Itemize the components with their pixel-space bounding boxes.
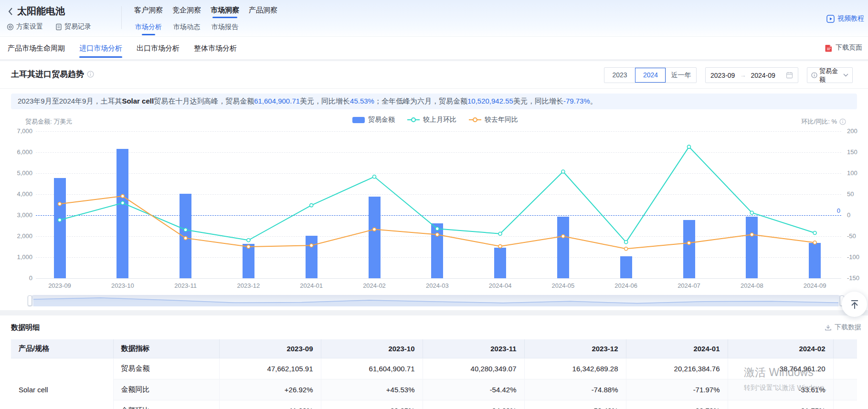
- chart-legend: 贸易金额 较上月环比 较去年同比: [352, 115, 518, 124]
- value-cell: -34.62%: [423, 400, 524, 409]
- table-row: 金额环比-11.39%+29.25%-34.62%-59.43%+23.70%+…: [11, 400, 857, 409]
- bar-2024-02[interactable]: [369, 197, 381, 278]
- info-icon: [811, 72, 817, 78]
- bar-2024-05[interactable]: [557, 217, 569, 278]
- date-range-picker[interactable]: 2023-09 → 2024-09: [705, 67, 798, 83]
- chart-gridline: [36, 152, 841, 153]
- download-icon: [825, 324, 832, 331]
- indicator-cell: 金额同比: [113, 379, 219, 400]
- year-option-2024[interactable]: 2024: [635, 68, 666, 83]
- column-header: 数据指标: [113, 339, 219, 358]
- value-cell: -54.42%: [423, 379, 524, 400]
- legend-mom[interactable]: 较上月环比: [407, 115, 456, 124]
- date-start: 2023-09: [710, 72, 735, 79]
- value-cell: 38,764,961.20: [728, 358, 833, 379]
- video-tutorial-button[interactable]: 视频教程: [826, 14, 864, 23]
- right-axis-tick-label: -100: [847, 253, 867, 261]
- nav-product-lifecycle[interactable]: 产品市场生命周期: [8, 43, 65, 53]
- x-axis-label: 2024-04: [479, 282, 522, 289]
- bar-2024-04[interactable]: [494, 248, 506, 278]
- x-axis-label: 2024-08: [730, 282, 773, 289]
- nav-export-market-analysis[interactable]: 出口市场分析: [137, 43, 180, 53]
- bar-2024-06[interactable]: [620, 256, 632, 278]
- y-axis-tick-label: 6,000: [7, 148, 32, 156]
- bar-2023-10[interactable]: [116, 149, 128, 278]
- subtab-market-analysis[interactable]: 市场分析: [133, 22, 164, 31]
- bar-swatch-icon: [352, 117, 365, 123]
- value-cell: +45.53%: [321, 379, 423, 400]
- column-header: 2023-09: [219, 339, 321, 358]
- tab-competitor-insight[interactable]: 竞企洞察: [171, 5, 202, 15]
- value-cell: 47,662,105.91: [219, 358, 321, 379]
- point-较上月环比-2024-05: [561, 170, 565, 173]
- legend-trade-amount[interactable]: 贸易金额: [352, 115, 395, 124]
- value-cell: +23.70%: [626, 400, 728, 409]
- value-cell: +91.75%: [728, 400, 833, 409]
- scheme-settings-button[interactable]: 方案设置: [7, 22, 43, 31]
- info-icon[interactable]: [839, 118, 846, 125]
- back-to-top-button[interactable]: [842, 292, 867, 317]
- download-data-button[interactable]: 下载数据: [825, 323, 861, 332]
- value-cell: 40,280,349.07: [423, 358, 524, 379]
- bar-2023-12[interactable]: [243, 244, 254, 278]
- bar-2023-09[interactable]: [54, 178, 66, 278]
- column-header: 2023-11: [423, 339, 524, 358]
- tab-market-insight[interactable]: 市场洞察: [209, 5, 241, 15]
- year-option-2023[interactable]: 2023: [604, 68, 635, 83]
- value-cell: +26.92%: [219, 379, 321, 400]
- detail-panel-title: 数据明细: [11, 323, 40, 332]
- point-较上月环比-2024-01: [310, 204, 313, 207]
- chevron-down-icon: [843, 73, 848, 77]
- x-axis-label: 2024-06: [604, 282, 647, 289]
- bar-2024-07[interactable]: [683, 220, 695, 278]
- bar-2024-09[interactable]: [809, 243, 821, 278]
- point-较上月环比-2024-08: [750, 211, 753, 214]
- line-swatch-icon: [407, 117, 420, 123]
- point-较上月环比-2024-02: [373, 175, 376, 178]
- value-cell: 16,342,689.28: [524, 358, 626, 379]
- trade-records-button[interactable]: 贸易记录: [55, 22, 91, 31]
- year-range-segmented: 2023 2024 近一年: [604, 67, 697, 83]
- chart-gridline: [36, 194, 841, 195]
- zoom-handle-left[interactable]: [28, 295, 32, 306]
- trend-summary: 2023年9月至2024年9月，土耳其Solar cell贸易在十月达到高峰，贸…: [11, 94, 857, 109]
- year-option-recent[interactable]: 近一年: [666, 68, 696, 83]
- info-icon[interactable]: [87, 71, 94, 78]
- subtab-market-report[interactable]: 市场报告: [209, 22, 241, 31]
- nav-overall-market-analysis[interactable]: 整体市场分析: [194, 43, 237, 53]
- point-较上月环比-2024-04: [498, 232, 502, 235]
- right-axis-tick-label: -150: [847, 274, 867, 282]
- data-detail-panel: 数据明细 下载数据 产品/规格数据指标2023-092023-102023-11…: [0, 315, 868, 409]
- zero-line-label: 0: [807, 207, 840, 214]
- value-cell: -74.88%: [524, 379, 626, 400]
- nav-import-market-analysis[interactable]: 进口市场分析: [79, 43, 122, 53]
- document-icon: [55, 23, 62, 31]
- chart-gridline: [36, 215, 841, 216]
- column-header-empty: [833, 339, 857, 358]
- bar-2024-03[interactable]: [431, 223, 443, 278]
- point-较去年同比-2024-06: [625, 247, 628, 251]
- bar-2024-08[interactable]: [746, 217, 758, 278]
- x-axis-label: 2023-10: [101, 282, 144, 289]
- right-axis-tick-label: -50: [847, 232, 867, 240]
- download-page-button[interactable]: 下载页面: [825, 43, 862, 52]
- bar-2023-11[interactable]: [180, 194, 191, 278]
- back-chevron-icon[interactable]: [8, 7, 13, 16]
- x-axis-label: 2024-02: [353, 282, 396, 289]
- divider: [0, 88, 868, 89]
- chart-zoom-slider[interactable]: [29, 295, 843, 306]
- y-axis-tick-label: 5,000: [7, 169, 32, 177]
- chart-gridline: [36, 173, 841, 174]
- x-axis-label: 2024-03: [416, 282, 459, 289]
- tab-product-insight[interactable]: 产品洞察: [247, 5, 279, 15]
- analysis-nav: 产品市场生命周期 进口市场分析 出口市场分析 整体市场分析 下载页面: [0, 37, 868, 59]
- arrow-up-to-bar-icon: [849, 299, 860, 310]
- bar-2024-01[interactable]: [306, 236, 318, 278]
- market-subtabs: 市场分析 市场动态 市场报告: [133, 22, 241, 31]
- right-axis-tick-label: 150: [847, 148, 867, 156]
- legend-yoy[interactable]: 较去年同比: [469, 115, 518, 124]
- tab-customer-insight[interactable]: 客户洞察: [133, 5, 164, 15]
- metric-select[interactable]: 贸易金额: [807, 67, 853, 83]
- subtab-market-dynamics[interactable]: 市场动态: [171, 22, 202, 31]
- scheme-settings-icon: [7, 23, 14, 31]
